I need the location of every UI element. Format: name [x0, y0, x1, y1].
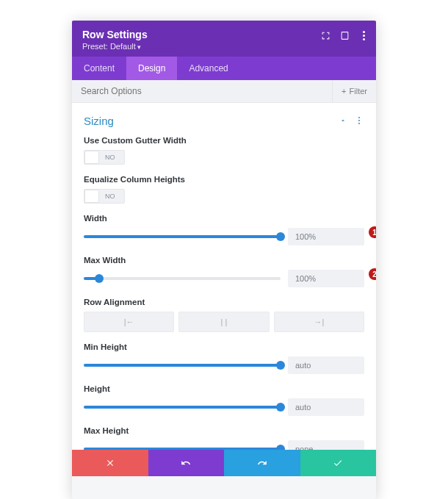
- plus-icon: +: [342, 87, 346, 96]
- toggle-state: NO: [105, 193, 115, 200]
- align-center-button[interactable]: | |: [178, 312, 269, 332]
- slider-thumb[interactable]: [276, 361, 285, 370]
- field-label: Row Alignment: [84, 298, 364, 306]
- height-value[interactable]: auto: [288, 398, 364, 416]
- field-maxwidth: Max Width 100% 2: [84, 256, 364, 287]
- search-row: + Filter: [72, 80, 376, 103]
- slider-thumb[interactable]: [276, 232, 285, 241]
- sizing-section: Sizing Use Custom Gutter Width NO Equali…: [72, 103, 376, 450]
- more-icon[interactable]: [358, 30, 369, 40]
- panel-header: Row Settings Preset: Default: [72, 21, 376, 57]
- search-input[interactable]: [72, 80, 332, 102]
- field-label: Equalize Column Heights: [84, 175, 364, 184]
- field-label: Use Custom Gutter Width: [84, 136, 364, 145]
- scroll-area[interactable]: Sizing Use Custom Gutter Width NO Equali…: [72, 103, 376, 450]
- field-gutter: Use Custom Gutter Width NO: [84, 136, 364, 165]
- align-right-button[interactable]: →|: [274, 312, 364, 332]
- undo-button[interactable]: [148, 450, 225, 476]
- field-label: Height: [84, 384, 364, 393]
- preset-selector[interactable]: Preset: Default: [82, 42, 366, 51]
- field-height: Height auto: [84, 384, 364, 416]
- badge-2: 2: [369, 268, 376, 280]
- toggle-state: NO: [105, 154, 115, 161]
- tab-advanced[interactable]: Advanced: [177, 57, 239, 80]
- maxheight-slider[interactable]: [84, 448, 281, 450]
- field-equalize: Equalize Column Heights NO: [84, 175, 364, 204]
- section-title: Sizing: [84, 115, 114, 127]
- width-slider[interactable]: [84, 235, 281, 238]
- slider-thumb[interactable]: [276, 403, 285, 412]
- field-label: Min Height: [84, 342, 364, 351]
- maxwidth-slider[interactable]: [84, 277, 281, 280]
- redo-button[interactable]: [224, 450, 300, 476]
- filter-label: Filter: [350, 87, 367, 96]
- filter-button[interactable]: + Filter: [332, 80, 376, 102]
- minheight-value[interactable]: auto: [288, 356, 364, 374]
- svg-rect-0: [342, 32, 348, 39]
- section-more-icon[interactable]: [354, 115, 364, 126]
- settings-panel: Row Settings Preset: Default Content Des…: [72, 21, 376, 499]
- field-width: Width 100% 1: [84, 214, 364, 245]
- section-header[interactable]: Sizing: [84, 112, 364, 127]
- field-maxheight: Max Height none: [84, 426, 364, 450]
- tab-design[interactable]: Design: [126, 57, 177, 80]
- save-button[interactable]: [300, 450, 377, 476]
- toggle-knob: [84, 151, 99, 164]
- collapse-icon[interactable]: [339, 114, 347, 127]
- width-value[interactable]: 100%: [288, 228, 364, 245]
- height-slider[interactable]: [84, 406, 281, 409]
- badge-1: 1: [369, 226, 376, 238]
- tab-content[interactable]: Content: [72, 57, 126, 80]
- field-minheight: Min Height auto: [84, 342, 364, 374]
- field-label: Max Width: [84, 256, 364, 265]
- gutter-toggle[interactable]: NO: [84, 150, 125, 165]
- toggle-knob: [84, 190, 99, 203]
- slider-thumb[interactable]: [95, 274, 104, 283]
- maxwidth-value[interactable]: 100%: [288, 270, 364, 287]
- field-label: Width: [84, 214, 364, 223]
- footer-actions: [72, 450, 376, 476]
- equalize-toggle[interactable]: NO: [84, 189, 125, 204]
- field-alignment: Row Alignment |← | | →|: [84, 298, 364, 332]
- align-left-button[interactable]: |←: [84, 312, 174, 332]
- responsive-icon[interactable]: [339, 30, 350, 40]
- field-label: Max Height: [84, 426, 364, 435]
- expand-icon[interactable]: [320, 30, 330, 40]
- tab-bar: Content Design Advanced: [72, 57, 376, 80]
- close-button[interactable]: [72, 450, 148, 476]
- maxheight-value[interactable]: none: [288, 440, 364, 450]
- minheight-slider[interactable]: [84, 364, 281, 367]
- slider-thumb[interactable]: [276, 445, 285, 450]
